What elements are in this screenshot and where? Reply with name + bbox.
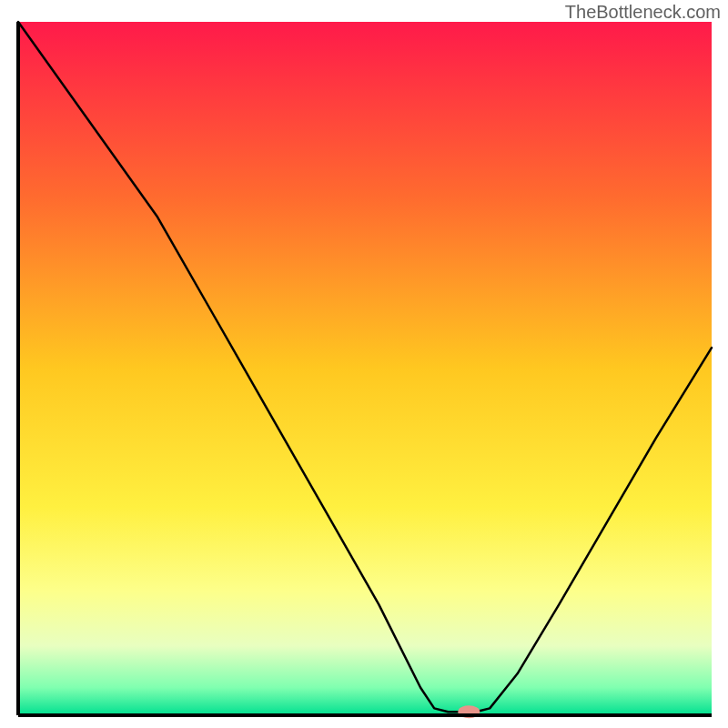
plot-background [18,22,712,715]
watermark-text: TheBottleneck.com [565,2,721,23]
bottleneck-chart [0,0,728,728]
chart-container: TheBottleneck.com [0,0,728,728]
